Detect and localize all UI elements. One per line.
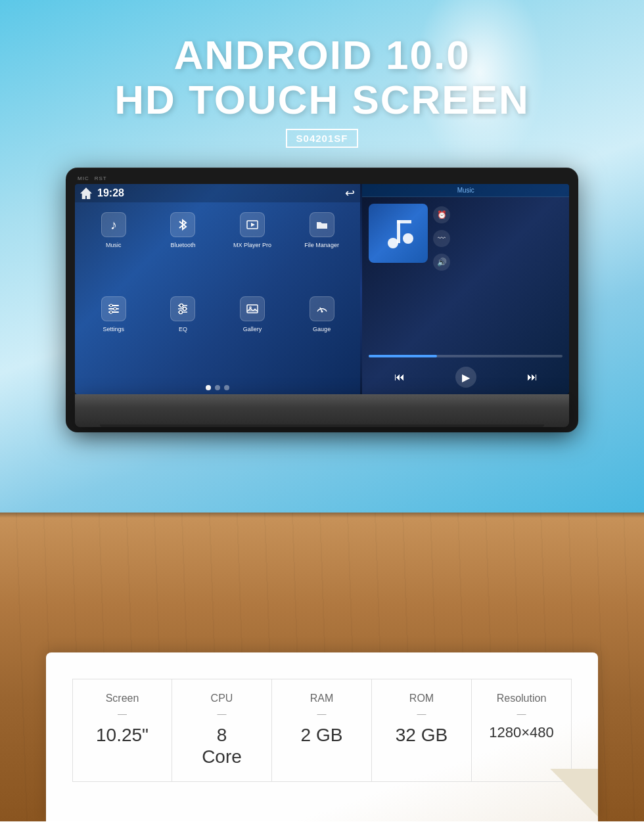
device-labels: MIC RST: [78, 175, 107, 181]
svg-point-17: [321, 311, 323, 313]
music-header-label: Music: [457, 187, 474, 194]
settings-icon-circle: [101, 296, 126, 321]
spec-card: Screen — 10.25" CPU — 8 Core RAM — 2 GB …: [46, 652, 598, 821]
prev-button[interactable]: ⏮: [394, 371, 405, 383]
device-top-bar: MIC RST: [75, 175, 569, 184]
spec-rom-dash: —: [417, 708, 426, 719]
device-screen: 19:28 ↩ ♪ Music: [75, 184, 569, 394]
app-label-filemanager: File Manager: [304, 242, 339, 248]
progress-track[interactable]: [369, 355, 563, 357]
dot-1: [206, 385, 211, 390]
app-eq[interactable]: EQ: [151, 294, 216, 373]
app-settings[interactable]: Settings: [81, 294, 146, 373]
back-icon[interactable]: ↩: [345, 186, 355, 200]
svg-point-5: [110, 304, 112, 307]
eq-icon-circle: [170, 296, 195, 321]
spec-ram-dash: —: [317, 708, 327, 719]
gallery-icon: [246, 302, 259, 315]
home-screen: 19:28 ↩ ♪ Music: [75, 184, 360, 394]
spec-cpu: CPU — 8 Core: [172, 679, 272, 782]
spec-resolution: Resolution — 1280×480: [472, 679, 572, 782]
mxplayer-icon: [246, 218, 259, 231]
page-indicator: [75, 381, 360, 394]
svg-point-11: [180, 304, 183, 308]
home-icon[interactable]: [80, 187, 92, 199]
app-label-settings: Settings: [103, 326, 125, 332]
desk-section: Screen — 10.25" CPU — 8 Core RAM — 2 GB …: [0, 513, 644, 821]
album-art: [369, 204, 428, 263]
eq-icon: [176, 302, 189, 315]
svg-point-6: [114, 308, 116, 310]
mxplayer-icon-circle: [240, 212, 265, 237]
app-music[interactable]: ♪ Music: [81, 210, 146, 289]
rst-label: RST: [95, 175, 107, 181]
music-main-area: ⏰ 〰 🔊: [362, 197, 569, 355]
spec-rom-value: 32 GB: [396, 724, 448, 746]
gauge-icon: [315, 302, 329, 315]
music-note-large-icon: [379, 214, 418, 253]
folder-icon: [315, 218, 329, 231]
device-outer-shell: MIC RST 19:28 ↩: [66, 168, 578, 432]
progress-fill: [369, 355, 436, 357]
device-container: MIC RST 19:28 ↩: [66, 168, 578, 432]
svg-point-7: [110, 311, 112, 313]
app-label-gallery: Gallery: [243, 326, 262, 332]
progress-bar-container: [362, 355, 569, 361]
app-label-bluetooth: Bluetooth: [170, 242, 195, 248]
next-button[interactable]: ⏭: [527, 371, 538, 383]
spec-cpu-label: CPU: [211, 693, 233, 704]
title-text-line2: HD TOUCH SCREEN: [114, 77, 530, 122]
app-gallery[interactable]: Gallery: [220, 294, 285, 373]
svg-point-12: [183, 308, 187, 311]
app-icon-filemanager: [308, 210, 336, 239]
app-icon-bluetooth: [168, 210, 197, 239]
spec-ram-value: 2 GB: [301, 724, 343, 746]
app-label-mxplayer: MX Player Pro: [233, 242, 271, 248]
main-title-line2: HD TOUCH SCREEN: [114, 78, 530, 122]
clock-button[interactable]: ⏰: [433, 206, 450, 223]
filemanager-icon-circle: [310, 212, 334, 237]
mic-label: MIC: [78, 175, 89, 181]
music-player-screen: Music ⏰ 〰: [362, 184, 569, 394]
dot-2: [215, 385, 220, 390]
music-icon-circle: ♪: [101, 212, 126, 237]
spec-cpu-value: 8 Core: [202, 724, 242, 768]
bluetooth-icon: [176, 218, 189, 231]
spec-resolution-label: Resolution: [497, 693, 547, 704]
equalizer-button[interactable]: 〰: [433, 230, 450, 247]
app-label-gauge: Gauge: [313, 326, 331, 332]
spec-rom: ROM — 32 GB: [372, 679, 472, 782]
spec-screen-dash: —: [118, 708, 127, 719]
svg-rect-14: [247, 305, 258, 313]
sky-background: ANDROID 10.0 HD TOUCH SCREEN S04201SF MI…: [0, 0, 644, 513]
spec-ram: RAM — 2 GB: [272, 679, 372, 782]
app-bluetooth[interactable]: Bluetooth: [151, 210, 216, 289]
app-icon-gauge: [308, 294, 336, 323]
gauge-icon-circle: [310, 296, 334, 321]
svg-rect-21: [397, 220, 411, 223]
bluetooth-icon-circle: [170, 212, 195, 237]
app-icon-music: ♪: [99, 210, 128, 239]
app-mxplayer[interactable]: MX Player Pro: [220, 210, 285, 289]
settings-icon: [107, 302, 120, 315]
spec-ram-label: RAM: [310, 693, 334, 704]
svg-point-19: [403, 233, 413, 244]
app-filemanager[interactable]: File Manager: [290, 210, 354, 289]
svg-rect-20: [397, 220, 400, 243]
dot-3: [224, 385, 229, 390]
app-grid: ♪ Music: [75, 202, 360, 381]
device-stand: [75, 394, 569, 427]
spec-resolution-value: 1280×480: [489, 724, 554, 741]
music-note-icon: ♪: [110, 217, 117, 233]
spec-grid: Screen — 10.25" CPU — 8 Core RAM — 2 GB …: [72, 679, 572, 782]
spec-screen-label: Screen: [106, 693, 139, 704]
app-label-music: Music: [106, 242, 122, 248]
music-controls: ⏮ ▶ ⏭: [362, 361, 569, 394]
title-text-line1: ANDROID 10.0: [173, 32, 470, 78]
svg-marker-1: [251, 223, 255, 227]
play-pause-button[interactable]: ▶: [455, 367, 476, 388]
app-gauge[interactable]: Gauge: [290, 294, 354, 373]
volume-button[interactable]: 🔊: [433, 254, 450, 271]
time-display: 19:28: [97, 187, 124, 199]
model-badge: S04201SF: [286, 129, 359, 148]
